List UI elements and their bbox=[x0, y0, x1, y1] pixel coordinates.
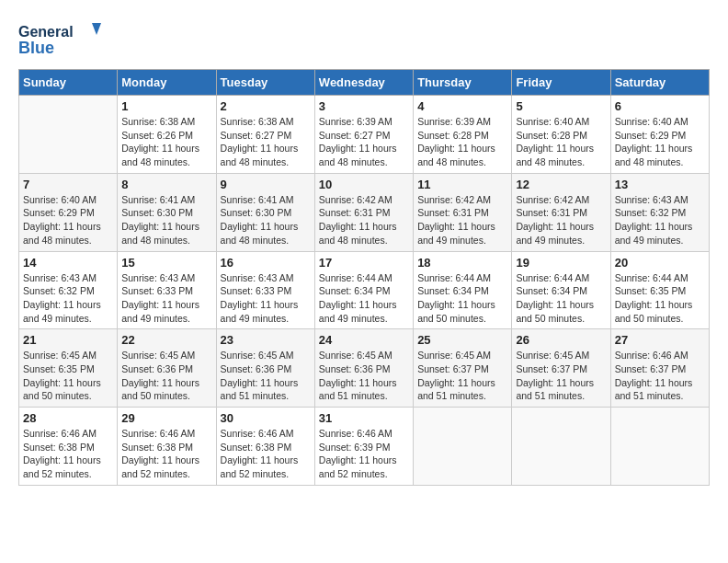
day-info: Sunrise: 6:44 AM Sunset: 6:35 PM Dayligh… bbox=[615, 271, 705, 326]
logo: General Blue bbox=[18, 18, 101, 60]
day-info: Sunrise: 6:46 AM Sunset: 6:37 PM Dayligh… bbox=[615, 349, 705, 403]
day-info: Sunrise: 6:45 AM Sunset: 6:36 PM Dayligh… bbox=[319, 349, 409, 403]
day-number: 17 bbox=[319, 256, 409, 270]
calendar-cell: 17Sunrise: 6:44 AM Sunset: 6:34 PM Dayli… bbox=[314, 251, 413, 329]
calendar-cell bbox=[610, 408, 709, 486]
day-info: Sunrise: 6:45 AM Sunset: 6:37 PM Dayligh… bbox=[417, 349, 507, 403]
day-number: 26 bbox=[516, 333, 606, 347]
day-number: 3 bbox=[319, 99, 409, 113]
week-row-5: 28Sunrise: 6:46 AM Sunset: 6:38 PM Dayli… bbox=[19, 408, 710, 486]
calendar-cell: 28Sunrise: 6:46 AM Sunset: 6:38 PM Dayli… bbox=[19, 408, 118, 486]
calendar-cell: 11Sunrise: 6:42 AM Sunset: 6:31 PM Dayli… bbox=[414, 173, 512, 251]
week-row-3: 14Sunrise: 6:43 AM Sunset: 6:32 PM Dayli… bbox=[19, 251, 710, 329]
day-number: 1 bbox=[121, 99, 211, 113]
day-header-saturday: Saturday bbox=[610, 70, 709, 96]
day-info: Sunrise: 6:40 AM Sunset: 6:28 PM Dayligh… bbox=[516, 115, 606, 169]
calendar-cell: 16Sunrise: 6:43 AM Sunset: 6:33 PM Dayli… bbox=[216, 251, 314, 329]
day-info: Sunrise: 6:38 AM Sunset: 6:26 PM Dayligh… bbox=[121, 115, 211, 169]
logo-svg: General Blue bbox=[18, 18, 101, 60]
calendar-cell: 19Sunrise: 6:44 AM Sunset: 6:34 PM Dayli… bbox=[512, 251, 610, 329]
day-info: Sunrise: 6:43 AM Sunset: 6:33 PM Dayligh… bbox=[221, 271, 311, 326]
calendar-cell: 26Sunrise: 6:45 AM Sunset: 6:37 PM Dayli… bbox=[512, 329, 610, 408]
calendar-cell: 12Sunrise: 6:42 AM Sunset: 6:31 PM Dayli… bbox=[512, 173, 610, 251]
calendar-cell: 13Sunrise: 6:43 AM Sunset: 6:32 PM Dayli… bbox=[610, 173, 709, 251]
calendar-cell: 1Sunrise: 6:38 AM Sunset: 6:26 PM Daylig… bbox=[118, 96, 216, 174]
day-number: 11 bbox=[417, 178, 507, 191]
week-row-4: 21Sunrise: 6:45 AM Sunset: 6:35 PM Dayli… bbox=[19, 329, 710, 408]
calendar-cell: 20Sunrise: 6:44 AM Sunset: 6:35 PM Dayli… bbox=[610, 251, 709, 329]
day-number: 15 bbox=[121, 256, 211, 270]
day-info: Sunrise: 6:44 AM Sunset: 6:34 PM Dayligh… bbox=[417, 271, 507, 326]
day-info: Sunrise: 6:42 AM Sunset: 6:31 PM Dayligh… bbox=[417, 193, 507, 247]
calendar-cell: 9Sunrise: 6:41 AM Sunset: 6:30 PM Daylig… bbox=[216, 173, 314, 251]
day-info: Sunrise: 6:43 AM Sunset: 6:33 PM Dayligh… bbox=[121, 271, 211, 326]
day-info: Sunrise: 6:44 AM Sunset: 6:34 PM Dayligh… bbox=[319, 271, 409, 326]
day-info: Sunrise: 6:45 AM Sunset: 6:36 PM Dayligh… bbox=[221, 349, 311, 403]
day-info: Sunrise: 6:46 AM Sunset: 6:38 PM Dayligh… bbox=[121, 427, 211, 481]
day-info: Sunrise: 6:41 AM Sunset: 6:30 PM Dayligh… bbox=[221, 193, 311, 247]
day-number: 12 bbox=[516, 178, 606, 191]
day-number: 28 bbox=[23, 411, 113, 425]
calendar-header: SundayMondayTuesdayWednesdayThursdayFrid… bbox=[19, 70, 710, 96]
day-info: Sunrise: 6:42 AM Sunset: 6:31 PM Dayligh… bbox=[319, 193, 409, 247]
day-info: Sunrise: 6:45 AM Sunset: 6:37 PM Dayligh… bbox=[516, 349, 606, 403]
day-number: 19 bbox=[516, 256, 606, 270]
day-info: Sunrise: 6:39 AM Sunset: 6:27 PM Dayligh… bbox=[319, 115, 409, 169]
calendar-cell: 6Sunrise: 6:40 AM Sunset: 6:29 PM Daylig… bbox=[610, 96, 709, 174]
day-info: Sunrise: 6:40 AM Sunset: 6:29 PM Dayligh… bbox=[23, 193, 113, 247]
calendar-table: SundayMondayTuesdayWednesdayThursdayFrid… bbox=[18, 69, 710, 486]
day-info: Sunrise: 6:40 AM Sunset: 6:29 PM Dayligh… bbox=[615, 115, 705, 169]
day-info: Sunrise: 6:38 AM Sunset: 6:27 PM Dayligh… bbox=[221, 115, 311, 169]
calendar-cell bbox=[19, 96, 118, 174]
day-info: Sunrise: 6:41 AM Sunset: 6:30 PM Dayligh… bbox=[121, 193, 211, 247]
day-number: 8 bbox=[121, 178, 211, 191]
calendar-cell: 25Sunrise: 6:45 AM Sunset: 6:37 PM Dayli… bbox=[414, 329, 512, 408]
calendar-cell: 7Sunrise: 6:40 AM Sunset: 6:29 PM Daylig… bbox=[19, 173, 118, 251]
day-header-wednesday: Wednesday bbox=[314, 70, 413, 96]
day-number: 21 bbox=[23, 333, 113, 347]
calendar-cell: 27Sunrise: 6:46 AM Sunset: 6:37 PM Dayli… bbox=[610, 329, 709, 408]
day-number: 23 bbox=[221, 333, 311, 347]
day-header-monday: Monday bbox=[118, 70, 216, 96]
calendar-cell: 15Sunrise: 6:43 AM Sunset: 6:33 PM Dayli… bbox=[118, 251, 216, 329]
day-number: 7 bbox=[23, 178, 113, 191]
calendar-cell: 30Sunrise: 6:46 AM Sunset: 6:38 PM Dayli… bbox=[216, 408, 314, 486]
day-number: 29 bbox=[121, 411, 211, 425]
day-number: 6 bbox=[615, 99, 705, 113]
day-info: Sunrise: 6:46 AM Sunset: 6:38 PM Dayligh… bbox=[23, 427, 113, 481]
week-row-2: 7Sunrise: 6:40 AM Sunset: 6:29 PM Daylig… bbox=[19, 173, 710, 251]
calendar-cell: 14Sunrise: 6:43 AM Sunset: 6:32 PM Dayli… bbox=[19, 251, 118, 329]
day-headers-row: SundayMondayTuesdayWednesdayThursdayFrid… bbox=[19, 70, 710, 96]
day-number: 30 bbox=[221, 411, 311, 425]
day-info: Sunrise: 6:46 AM Sunset: 6:38 PM Dayligh… bbox=[221, 427, 311, 481]
day-header-thursday: Thursday bbox=[414, 70, 512, 96]
day-header-friday: Friday bbox=[512, 70, 610, 96]
svg-text:Blue: Blue bbox=[18, 39, 54, 57]
day-number: 24 bbox=[319, 333, 409, 347]
calendar-cell: 24Sunrise: 6:45 AM Sunset: 6:36 PM Dayli… bbox=[314, 329, 413, 408]
day-header-sunday: Sunday bbox=[19, 70, 118, 96]
day-info: Sunrise: 6:39 AM Sunset: 6:28 PM Dayligh… bbox=[417, 115, 507, 169]
day-number: 16 bbox=[221, 256, 311, 270]
day-number: 18 bbox=[417, 256, 507, 270]
calendar-cell bbox=[512, 408, 610, 486]
calendar-cell: 22Sunrise: 6:45 AM Sunset: 6:36 PM Dayli… bbox=[118, 329, 216, 408]
day-number: 4 bbox=[417, 99, 507, 113]
day-number: 10 bbox=[319, 178, 409, 191]
calendar-cell bbox=[414, 408, 512, 486]
svg-text:General: General bbox=[18, 24, 74, 40]
day-info: Sunrise: 6:43 AM Sunset: 6:32 PM Dayligh… bbox=[615, 193, 705, 247]
day-number: 20 bbox=[615, 256, 705, 270]
calendar-cell: 5Sunrise: 6:40 AM Sunset: 6:28 PM Daylig… bbox=[512, 96, 610, 174]
day-number: 25 bbox=[417, 333, 507, 347]
day-info: Sunrise: 6:46 AM Sunset: 6:39 PM Dayligh… bbox=[319, 427, 409, 481]
day-number: 31 bbox=[319, 411, 409, 425]
day-number: 2 bbox=[221, 99, 311, 113]
svg-marker-2 bbox=[92, 23, 101, 35]
day-number: 22 bbox=[121, 333, 211, 347]
calendar-cell: 4Sunrise: 6:39 AM Sunset: 6:28 PM Daylig… bbox=[414, 96, 512, 174]
day-info: Sunrise: 6:45 AM Sunset: 6:36 PM Dayligh… bbox=[121, 349, 211, 403]
day-number: 5 bbox=[516, 99, 606, 113]
calendar-cell: 29Sunrise: 6:46 AM Sunset: 6:38 PM Dayli… bbox=[118, 408, 216, 486]
calendar-cell: 8Sunrise: 6:41 AM Sunset: 6:30 PM Daylig… bbox=[118, 173, 216, 251]
